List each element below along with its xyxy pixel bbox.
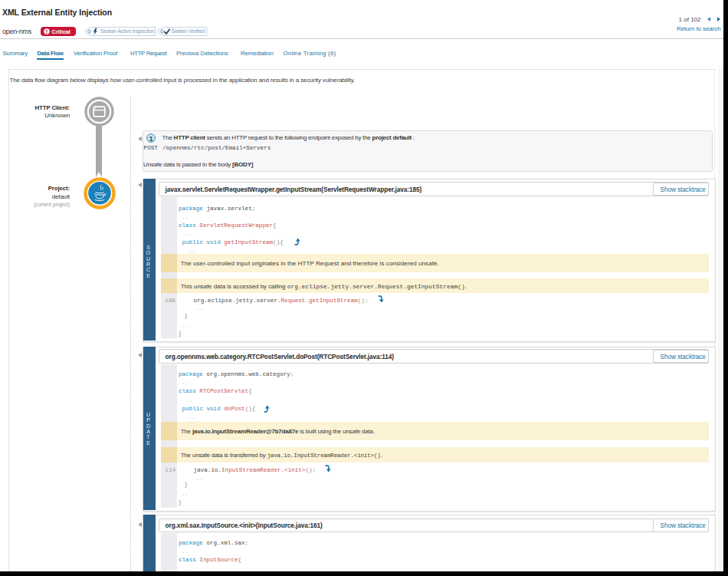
svg-text:Seeker-Active Inspection: Seeker-Active Inspection bbox=[100, 28, 155, 35]
svg-text:Seeker-Verified: Seeker-Verified bbox=[171, 28, 205, 34]
